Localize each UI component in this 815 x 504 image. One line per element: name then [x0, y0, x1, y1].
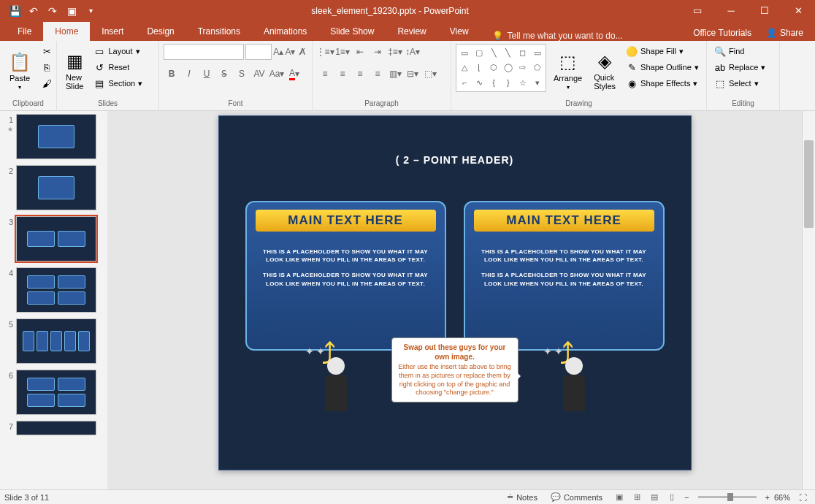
scrollbar-thumb[interactable] — [804, 140, 814, 228]
tab-home[interactable]: Home — [43, 22, 90, 41]
shapes-gallery[interactable]: ▭▢╲╲◻▭ △⌊⬡◯⇨⬠ ⌐∿{}☆▾ — [456, 44, 546, 92]
slide-panel-left[interactable]: MAIN TEXT HERE THIS IS A PLACEHOLDER TO … — [245, 201, 446, 351]
redo-icon[interactable]: ↷ — [44, 2, 61, 20]
save-icon[interactable]: 💾 — [6, 2, 23, 20]
shape-effects-button[interactable]: ◉Shape Effects ▾ — [623, 76, 702, 91]
tab-design[interactable]: Design — [135, 22, 185, 41]
zoom-level[interactable]: 66% — [774, 493, 790, 502]
slide-panel-right[interactable]: MAIN TEXT HERE THIS IS A PLACEHOLDER TO … — [464, 201, 665, 351]
bullets-button[interactable]: ⋮≡▾ — [317, 44, 333, 60]
justify-button[interactable]: ≡ — [370, 66, 386, 82]
comments-button[interactable]: 💬 Comments — [546, 491, 607, 503]
normal-view-button[interactable]: ▣ — [611, 491, 627, 504]
numbering-button[interactable]: 1≡▾ — [334, 44, 351, 60]
sorter-view-button[interactable]: ⊞ — [629, 491, 645, 504]
current-slide[interactable]: ( 2 – POINT HEADER) MAIN TEXT HERE THIS … — [218, 115, 692, 470]
panel-left-body[interactable]: THIS IS A PLACEHOLDER TO SHOW YOU WHAT I… — [259, 248, 433, 295]
bold-button[interactable]: B — [164, 66, 180, 82]
cut-button[interactable]: ✂ — [38, 44, 56, 58]
zoom-out-button[interactable]: − — [684, 493, 689, 502]
thumbnail-7[interactable]: 7 — [3, 421, 104, 435]
thumbnail-3[interactable]: 3 — [3, 216, 104, 261]
char-spacing-button[interactable]: AV — [251, 66, 267, 82]
thumbnail-2[interactable]: 2 — [3, 165, 104, 210]
ribbon-options-icon[interactable]: ▭ — [681, 0, 714, 21]
reading-view-button[interactable]: ▤ — [646, 491, 662, 504]
arrange-icon: ⬚ — [559, 52, 576, 72]
tab-transitions[interactable]: Transitions — [186, 22, 252, 41]
tell-me-search[interactable]: 💡Tell me what you want to do... — [492, 31, 623, 41]
shape-fill-button[interactable]: 🟡Shape Fill ▾ — [623, 44, 702, 58]
thumbnail-1[interactable]: 1★ — [3, 114, 104, 159]
tab-file[interactable]: File — [6, 22, 43, 41]
slide-header-text[interactable]: ( 2 – POINT HEADER) — [219, 116, 691, 166]
tab-slideshow[interactable]: Slide Show — [318, 22, 386, 41]
thumbnail-4[interactable]: 4 — [3, 267, 104, 313]
close-button[interactable]: ✕ — [781, 0, 815, 21]
panel-left-title[interactable]: MAIN TEXT HERE — [256, 210, 436, 232]
tab-view[interactable]: View — [438, 22, 481, 41]
change-case-button[interactable]: Aa▾ — [269, 66, 285, 82]
character-graphic-right[interactable]: ✦ ✦ ⤴ — [552, 345, 596, 411]
decrease-indent-button[interactable]: ⇤ — [352, 44, 368, 60]
replace-button[interactable]: abReplace ▾ — [711, 60, 768, 75]
underline-button[interactable]: U — [199, 66, 215, 82]
line-spacing-button[interactable]: ‡≡▾ — [387, 44, 403, 60]
increase-indent-button[interactable]: ⇥ — [370, 44, 386, 60]
font-family-select[interactable] — [164, 44, 244, 60]
align-right-button[interactable]: ≡ — [352, 66, 368, 82]
minimize-button[interactable]: ─ — [714, 0, 748, 21]
font-color-button[interactable]: A▾ — [286, 66, 302, 82]
callout-box[interactable]: Swap out these guys for your own image. … — [391, 337, 519, 402]
panel-right-body[interactable]: THIS IS A PLACEHOLDER TO SHOW YOU WHAT I… — [477, 248, 651, 295]
slide-thumbnails-panel[interactable]: 1★ 2 3 4 5 6 7 — [0, 111, 107, 489]
smartart-button[interactable]: ⬚▾ — [422, 66, 438, 82]
vertical-scrollbar[interactable] — [802, 111, 815, 489]
panel-right-title[interactable]: MAIN TEXT HERE — [474, 210, 654, 232]
new-slide-button[interactable]: ▦New Slide — [61, 44, 88, 98]
start-slideshow-icon[interactable]: ▣ — [63, 2, 80, 20]
reset-button[interactable]: ↺Reset — [91, 60, 145, 75]
thumbnail-5[interactable]: 5 — [3, 318, 104, 364]
thumbnail-6[interactable]: 6 — [3, 370, 104, 415]
increase-font-icon[interactable]: A▴ — [273, 44, 283, 60]
strikethrough-button[interactable]: S̶ — [216, 66, 232, 82]
tab-review[interactable]: Review — [386, 22, 437, 41]
shadow-button[interactable]: S — [234, 66, 250, 82]
text-direction-button[interactable]: ↕A▾ — [405, 44, 421, 60]
italic-button[interactable]: I — [181, 66, 197, 82]
fit-to-window-button[interactable]: ⛶ — [795, 491, 811, 504]
slideshow-view-button[interactable]: ▯ — [664, 491, 680, 504]
zoom-slider[interactable] — [698, 496, 757, 498]
quick-styles-button[interactable]: ◈Quick Styles — [589, 44, 620, 98]
paste-button[interactable]: 📋Paste▾ — [4, 44, 35, 98]
decrease-font-icon[interactable]: A▾ — [285, 44, 295, 60]
find-button[interactable]: 🔍Find — [711, 44, 768, 58]
arrange-button[interactable]: ⬚Arrange▾ — [549, 44, 586, 98]
notes-button[interactable]: ≐ Notes — [502, 491, 542, 503]
align-left-button[interactable]: ≡ — [317, 66, 333, 82]
undo-icon[interactable]: ↶ — [25, 2, 42, 20]
format-painter-button[interactable]: 🖌 — [38, 76, 56, 91]
section-button[interactable]: ▤Section ▾ — [91, 76, 145, 91]
select-button[interactable]: ⬚Select ▾ — [711, 76, 768, 91]
slide-editor[interactable]: ( 2 – POINT HEADER) MAIN TEXT HERE THIS … — [107, 111, 802, 489]
qat-customize-icon[interactable]: ▾ — [82, 2, 99, 20]
copy-button[interactable]: ⎘ — [38, 60, 56, 75]
columns-button[interactable]: ▥▾ — [387, 66, 403, 82]
align-text-button[interactable]: ⊟▾ — [405, 66, 421, 82]
font-size-select[interactable] — [245, 44, 272, 60]
office-tutorials-link[interactable]: Office Tutorials — [693, 28, 751, 38]
tab-insert[interactable]: Insert — [90, 22, 135, 41]
slide-counter[interactable]: Slide 3 of 11 — [4, 493, 502, 502]
group-editing: Editing — [711, 98, 775, 107]
clear-format-icon[interactable]: A̸ — [297, 44, 307, 60]
layout-button[interactable]: ▭Layout ▾ — [91, 44, 145, 58]
tab-animations[interactable]: Animations — [252, 22, 318, 41]
character-graphic-left[interactable]: ✦ ✦ ⤴ — [314, 345, 358, 411]
zoom-in-button[interactable]: + — [765, 493, 770, 502]
align-center-button[interactable]: ≡ — [334, 66, 351, 82]
share-button[interactable]: 👤Share — [760, 25, 809, 41]
shape-outline-button[interactable]: ✎Shape Outline ▾ — [623, 60, 702, 75]
maximize-button[interactable]: ☐ — [748, 0, 781, 21]
